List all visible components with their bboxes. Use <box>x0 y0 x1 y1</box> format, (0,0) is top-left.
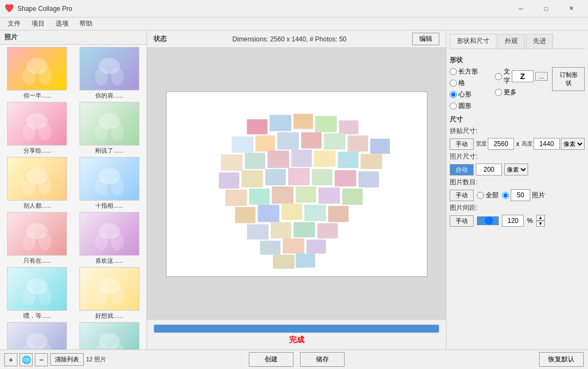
status-header: 状态 <box>154 34 167 44</box>
shape-grid[interactable]: 格 <box>450 78 491 88</box>
shape-rect-radio[interactable] <box>450 68 457 75</box>
svg-rect-87 <box>271 222 291 238</box>
photo-grid-container[interactable]: 你一半...... 你的肩...... 分享给...... 刚说了...... … <box>0 45 146 349</box>
count-all-radio[interactable] <box>477 192 484 199</box>
spacing-input[interactable] <box>502 215 524 227</box>
menu-help[interactable]: 帮助 <box>74 18 98 29</box>
photo-size-input[interactable] <box>476 164 502 176</box>
spin-down-button[interactable]: ▼ <box>536 221 545 227</box>
height-input[interactable] <box>534 138 560 150</box>
menu-file[interactable]: 文件 <box>2 18 26 29</box>
svg-rect-67 <box>360 154 382 169</box>
reset-button[interactable]: 恢复默认 <box>539 352 584 367</box>
spin-up-button[interactable]: ▲ <box>536 215 545 221</box>
spacing-manual-button[interactable]: 手动 <box>450 215 474 227</box>
photo-item[interactable]: ... <box>2 322 72 349</box>
photo-label: 分享给...... <box>7 147 67 155</box>
photo-item[interactable]: 好想就...... <box>75 267 145 320</box>
bottom-left: + 🌐 − 清除列表 12 照片 <box>4 353 151 366</box>
photo-count-manual-button[interactable]: 手动 <box>450 190 474 201</box>
bottom-center: 创建 储存 <box>154 352 440 367</box>
count-input[interactable] <box>511 189 530 201</box>
custom-shape-button[interactable]: 订制形状 <box>552 67 585 91</box>
shape-more-radio[interactable] <box>495 89 502 96</box>
menubar: 文件 项目 选项 帮助 <box>0 17 588 31</box>
photo-item[interactable]: 十指相...... <box>75 157 145 210</box>
clear-list-button[interactable]: 清除列表 <box>50 353 84 366</box>
globe-button[interactable]: 🌐 <box>20 353 33 366</box>
tab-appearance[interactable]: 外观 <box>498 34 525 49</box>
spacing-slider[interactable] <box>477 216 499 225</box>
close-button[interactable]: ✕ <box>559 0 584 17</box>
svg-point-14 <box>95 123 108 140</box>
photo-count-section-label: 图片数目: <box>450 178 585 187</box>
photo-auto-button[interactable]: 自动 <box>450 164 474 176</box>
svg-rect-76 <box>249 188 270 204</box>
count-manual[interactable]: 照片 <box>502 189 545 201</box>
photo-unit-select[interactable]: 像素 <box>504 164 528 176</box>
collage-manual-button[interactable]: 手动 <box>450 138 474 150</box>
svg-rect-83 <box>281 203 302 220</box>
maximize-button[interactable]: □ <box>534 0 559 17</box>
svg-rect-53 <box>339 120 358 134</box>
photo-item[interactable]: 嘿，等...... <box>2 267 72 320</box>
shape-more[interactable]: 更多 <box>495 88 548 97</box>
photo-label: 你一半...... <box>7 92 67 100</box>
right-panel: 形状和尺寸 外观 先进 形状 长方形 格 心形 <box>446 31 588 349</box>
shape-text-radio[interactable] <box>495 73 502 80</box>
shape-text[interactable]: 文字 ... <box>495 67 548 86</box>
status-text: Dimensions: 2560 x 1440, # Photos: 50 <box>171 35 408 43</box>
dots-button[interactable]: ... <box>535 72 548 81</box>
unit-select[interactable]: 像素 英寸 厘米 <box>561 138 585 150</box>
shape-section-title: 形状 <box>450 56 585 65</box>
edit-button[interactable]: 编辑 <box>412 33 439 45</box>
shape-text-input[interactable] <box>512 70 534 82</box>
save-button[interactable]: 储存 <box>300 352 345 367</box>
svg-rect-52 <box>315 116 336 132</box>
remove-photo-button[interactable]: − <box>35 353 48 366</box>
photo-item[interactable]: 你的肩...... <box>75 47 145 100</box>
add-photo-button[interactable]: + <box>4 353 17 366</box>
shape-circle[interactable]: 圆形 <box>450 101 491 111</box>
width-input[interactable] <box>488 138 514 150</box>
svg-rect-58 <box>323 133 345 149</box>
svg-rect-49 <box>247 119 267 134</box>
shape-heart[interactable]: 心形 <box>450 90 491 99</box>
photo-panel: 照片 你一半...... 你的肩...... 分享给...... 刚说了....… <box>0 31 147 349</box>
svg-rect-68 <box>218 172 239 189</box>
photo-item[interactable]: 分享给...... <box>2 102 72 155</box>
menu-project[interactable]: 项目 <box>26 18 50 29</box>
photo-item[interactable]: 别人都...... <box>2 157 72 210</box>
tab-shape-size[interactable]: 形状和尺寸 <box>450 34 497 49</box>
width-label: 宽度 <box>476 140 487 148</box>
count-all[interactable]: 全部 <box>477 191 499 200</box>
status-bar: 状态 Dimensions: 2560 x 1440, # Photos: 50… <box>147 31 446 48</box>
titlebar: Shape Collage Pro ─ □ ✕ <box>0 0 588 17</box>
shape-rect[interactable]: 长方形 <box>450 67 491 76</box>
minimize-button[interactable]: ─ <box>509 0 534 17</box>
svg-point-23 <box>111 178 124 195</box>
svg-rect-60 <box>370 138 390 154</box>
collage-canvas <box>166 92 427 277</box>
shape-heart-radio[interactable] <box>450 91 457 98</box>
svg-point-15 <box>111 123 124 140</box>
photo-thumbnail <box>7 47 67 90</box>
photo-item[interactable]: 只有在...... <box>2 212 72 265</box>
photo-item[interactable]: 刚说了...... <box>75 102 145 155</box>
create-button[interactable]: 创建 <box>249 352 293 367</box>
tab-advanced[interactable]: 先进 <box>526 34 553 49</box>
photo-item[interactable]: 喜欢这...... <box>75 212 145 265</box>
shape-grid-radio[interactable] <box>450 80 457 87</box>
photo-item[interactable]: ... <box>75 322 145 349</box>
photo-thumbnail <box>79 157 139 201</box>
count-manual-radio[interactable] <box>502 192 509 199</box>
photo-item[interactable]: 你一半...... <box>2 47 72 100</box>
menu-options[interactable]: 选项 <box>50 18 74 29</box>
photos-label: 照片 <box>532 191 545 200</box>
progress-label: 完成 <box>154 335 439 345</box>
svg-rect-65 <box>314 150 335 167</box>
app-icon <box>4 4 14 14</box>
photo-thumbnail <box>79 47 139 90</box>
svg-point-26 <box>23 233 36 250</box>
shape-circle-radio[interactable] <box>450 102 457 110</box>
